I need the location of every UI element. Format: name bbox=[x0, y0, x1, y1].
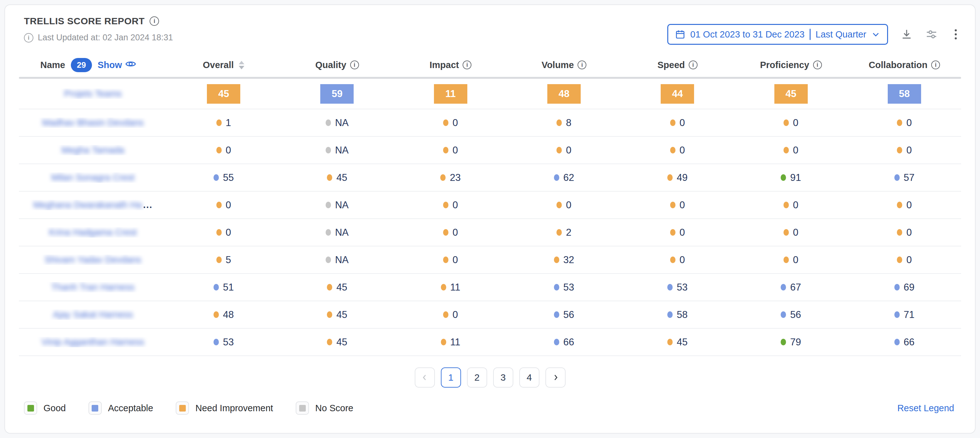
row-name-link[interactable]: Shivam Yadav Devdans bbox=[19, 255, 167, 265]
column-header-impact: Impacti bbox=[394, 60, 508, 70]
info-icon[interactable]: i bbox=[578, 61, 586, 69]
legend-swatch-color bbox=[299, 405, 306, 411]
score-cell: 0 bbox=[848, 227, 961, 238]
score-value: 8 bbox=[566, 117, 571, 129]
settings-sliders-button[interactable] bbox=[925, 28, 938, 41]
row-name-link[interactable]: Meghana Dwarakanath Ha... bbox=[19, 200, 167, 210]
pagination-prev-button[interactable] bbox=[415, 368, 435, 388]
reset-legend-button[interactable]: Reset Legend bbox=[895, 403, 956, 414]
pagination-page-4[interactable]: 4 bbox=[519, 368, 539, 388]
score-status-dot bbox=[557, 229, 562, 236]
score-cell: 0 bbox=[621, 227, 734, 238]
info-icon[interactable]: i bbox=[813, 61, 822, 69]
score-value: 55 bbox=[223, 172, 234, 183]
column-header-label: Quality bbox=[315, 60, 346, 70]
team-score-bar[interactable]: 45 bbox=[207, 84, 240, 104]
score-cell: 71 bbox=[848, 309, 961, 320]
row-name-link[interactable]: Ajay Sakat Harness bbox=[19, 309, 167, 320]
title-info-icon[interactable]: i bbox=[150, 16, 159, 26]
score-cell: 0 bbox=[848, 117, 961, 129]
score-cell: 91 bbox=[734, 172, 848, 183]
score-status-dot bbox=[897, 202, 902, 208]
row-name-link[interactable]: Vinip Agganthan Harness bbox=[19, 337, 167, 347]
redacted-name-text: Shivam Yadav Devdans bbox=[45, 255, 142, 265]
team-score-bar[interactable]: 59 bbox=[320, 84, 354, 104]
score-cell: 48 bbox=[167, 309, 280, 320]
info-icon[interactable]: i bbox=[463, 61, 471, 69]
legend-label: Acceptable bbox=[108, 403, 153, 413]
legend-item-need_improvement[interactable]: Need Improvement bbox=[176, 401, 273, 415]
column-header-label: Overall bbox=[203, 60, 234, 70]
score-cell: 0 bbox=[621, 117, 734, 129]
score-value: 0 bbox=[452, 254, 458, 266]
score-status-dot bbox=[326, 119, 331, 126]
column-header-label: Proficiency bbox=[760, 60, 809, 70]
score-cell: 23 bbox=[394, 172, 508, 183]
team-score-bar[interactable]: 45 bbox=[774, 84, 808, 104]
score-status-dot bbox=[670, 229, 676, 236]
legend-item-good[interactable]: Good bbox=[24, 401, 66, 415]
member-count-badge: 29 bbox=[71, 58, 92, 72]
row-name-link[interactable]: Thanh Tran Harness bbox=[19, 282, 167, 292]
team-score-bar[interactable]: 44 bbox=[661, 84, 694, 104]
team-score-bar[interactable]: 58 bbox=[888, 84, 921, 104]
row-name-link[interactable]: Projets Teams bbox=[19, 89, 167, 99]
score-status-dot bbox=[783, 147, 789, 153]
score-status-dot bbox=[441, 339, 446, 346]
date-range-text: 01 Oct 2023 to 31 Dec 2023 bbox=[690, 29, 805, 40]
row-name-link[interactable]: Madhav Bhasin Devdans bbox=[19, 118, 167, 128]
legend-label: Good bbox=[43, 403, 66, 413]
legend-item-acceptable[interactable]: Acceptable bbox=[89, 401, 153, 415]
score-value: 45 bbox=[336, 309, 347, 320]
score-status-dot bbox=[327, 311, 332, 318]
sort-icon[interactable] bbox=[239, 61, 244, 69]
score-cell: 66 bbox=[508, 336, 621, 348]
score-status-dot bbox=[443, 311, 449, 318]
info-icon[interactable]: i bbox=[689, 61, 697, 69]
score-status-dot bbox=[326, 147, 331, 153]
download-button[interactable] bbox=[900, 29, 913, 40]
info-icon[interactable]: i bbox=[350, 61, 359, 69]
score-value: 51 bbox=[223, 282, 234, 293]
score-cell: 0 bbox=[394, 145, 508, 156]
score-status-dot bbox=[670, 202, 676, 208]
pagination-page-3[interactable]: 3 bbox=[493, 368, 513, 388]
row-name-link[interactable]: Megha Tamada bbox=[19, 145, 167, 155]
table-row: Thanh Tran Harness51451153536769 bbox=[19, 274, 961, 301]
team-score-bar[interactable]: 48 bbox=[547, 84, 581, 104]
score-cell: 32 bbox=[508, 254, 621, 266]
score-value: 0 bbox=[452, 227, 458, 238]
score-status-dot bbox=[781, 339, 786, 346]
score-value: 0 bbox=[679, 145, 685, 156]
pagination-next-button[interactable] bbox=[546, 368, 566, 388]
row-name-link[interactable]: Krina Hadgama Crest bbox=[19, 227, 167, 237]
info-icon[interactable]: i bbox=[931, 61, 940, 69]
table-row: Krina Hadgama Crest0NA02000 bbox=[19, 219, 961, 247]
column-header-overall[interactable]: Overall bbox=[167, 60, 280, 70]
pagination-page-1[interactable]: 1 bbox=[441, 368, 461, 388]
score-cell: 11 bbox=[394, 282, 508, 293]
score-status-dot bbox=[783, 119, 789, 126]
legend-item-no_score[interactable]: No Score bbox=[296, 401, 353, 415]
last-updated-text: Last Updated at: 02 Jan 2024 18:31 bbox=[38, 33, 173, 43]
score-cell: 2 bbox=[508, 227, 621, 238]
pagination-page-2[interactable]: 2 bbox=[467, 368, 487, 388]
score-cell: 1 bbox=[167, 117, 280, 129]
header-controls: 01 Oct 2023 to 31 Dec 2023 Last Quarter bbox=[667, 24, 961, 45]
score-status-dot bbox=[557, 202, 562, 208]
team-score-bar[interactable]: 11 bbox=[434, 84, 467, 104]
score-cell: 11 bbox=[394, 336, 508, 348]
score-value: 0 bbox=[452, 145, 458, 156]
score-cell: 67 bbox=[734, 282, 848, 293]
kebab-menu-button[interactable] bbox=[950, 28, 961, 41]
show-names-toggle[interactable]: Show bbox=[98, 58, 136, 72]
score-status-dot bbox=[327, 284, 332, 290]
date-range-picker[interactable]: 01 Oct 2023 to 31 Dec 2023 Last Quarter bbox=[667, 24, 888, 45]
score-cell: 0 bbox=[734, 199, 848, 211]
score-status-dot bbox=[443, 202, 449, 208]
legend-swatch-color bbox=[27, 405, 34, 411]
score-status-dot bbox=[894, 174, 900, 181]
score-cell: 0 bbox=[848, 199, 961, 211]
score-status-dot bbox=[781, 311, 786, 318]
row-name-link[interactable]: Milan Sonagra Crest bbox=[19, 172, 167, 183]
